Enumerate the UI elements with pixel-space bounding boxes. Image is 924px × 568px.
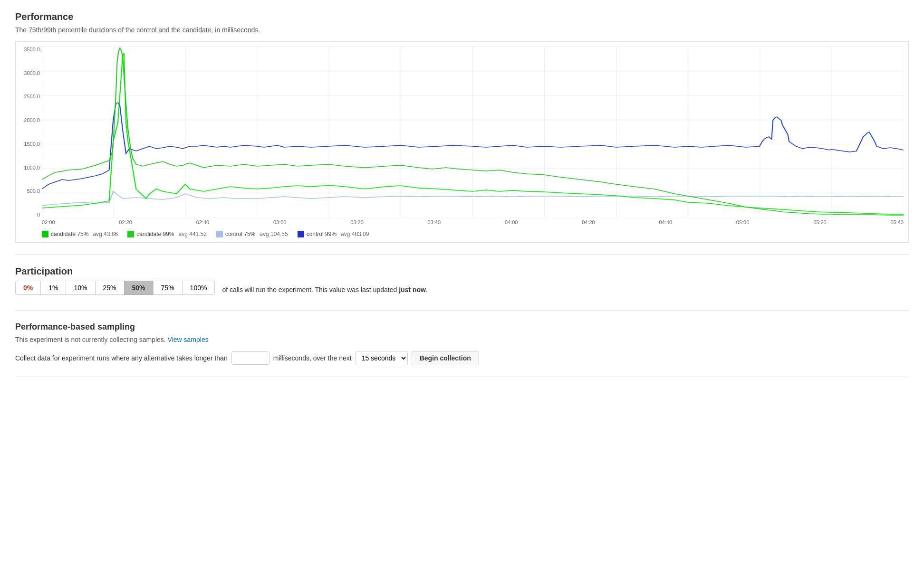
candidate75-swatch [42,231,48,237]
participation-section: Participation 0% 1% 10% 25% 50% 75% 100%… [15,266,909,299]
sampling-title: Performance-based sampling [15,322,909,332]
y-label-500: 500.0 [17,188,40,194]
y-label-2000: 2000.0 [17,117,40,123]
x-label-0300: 03:00 [273,219,287,225]
y-label-0: 0 [17,212,40,218]
legend-control75: control 75% avg 104.55 [216,231,288,237]
collect-label-middle: milliseconds, over the next [273,354,352,362]
x-label-0500: 05:00 [736,219,750,225]
x-label-0220: 02:20 [119,219,132,225]
y-axis: 3500.0 3000.0 2500.0 2000.0 1500.0 1000.… [17,47,40,218]
divider-2 [15,310,909,311]
y-label-3500: 3500.0 [17,47,40,52]
performance-subtitle: The 75th/99th percentile durations of th… [15,26,909,34]
performance-section: Performance The 75th/99th percentile dur… [15,11,909,243]
control99-label: control 99% [307,231,337,237]
legend-control99: control 99% avg 483.09 [298,231,369,237]
legend-candidate75: candidate 75% avg 43.86 [42,231,118,237]
pct-btn-75[interactable]: 75% [153,281,183,295]
pct-btn-50[interactable]: 50% [124,281,154,295]
candidate75-label: candidate 75% [51,231,88,237]
x-label-0240: 02:40 [196,219,210,225]
divider-1 [15,254,909,255]
sampling-desc: This experiment is not currently collect… [15,336,909,343]
participation-buttons: 0% 1% 10% 25% 50% 75% 100% [15,281,214,295]
candidate75-avg: avg 43.86 [93,231,118,237]
x-axis: 02:00 02:20 02:40 03:00 03:20 03:40 04:0… [42,219,904,225]
pct-btn-0[interactable]: 0% [15,281,41,295]
participation-row: 0% 1% 10% 25% 50% 75% 100% of calls will… [15,281,909,299]
control75-label: control 75% [225,231,255,237]
performance-title: Performance [15,11,909,22]
pct-btn-1[interactable]: 1% [40,281,66,295]
legend-candidate99: candidate 99% avg 441.52 [127,231,207,237]
x-label-0340: 03:40 [428,219,441,225]
chart-svg [42,47,904,218]
view-samples-link[interactable]: View samples [168,336,209,343]
x-label-0200: 02:00 [42,219,55,225]
y-label-1500: 1500.0 [17,141,40,147]
chart-legend: candidate 75% avg 43.86 candidate 99% av… [42,231,904,237]
sampling-desc-before: This experiment is not currently collect… [15,336,166,343]
y-label-3000: 3000.0 [17,70,40,76]
collect-label-before: Collect data for experiment runs where a… [15,354,228,362]
divider-3 [15,377,909,377]
control99-avg: avg 483.09 [341,231,369,237]
performance-chart-container: 3500.0 3000.0 2500.0 2000.0 1500.0 1000.… [15,41,909,243]
y-label-1000: 1000.0 [17,165,40,170]
control99-swatch [298,231,304,237]
chart-area: 3500.0 3000.0 2500.0 2000.0 1500.0 1000.… [42,47,904,218]
candidate99-swatch [127,231,134,237]
control75-avg: avg 104.55 [260,231,288,237]
x-label-0540: 05:40 [890,219,904,225]
control75-swatch [216,231,223,237]
x-label-0440: 04:40 [659,219,673,225]
candidate99-label: candidate 99% [136,231,174,237]
x-label-0320: 03:20 [350,219,364,225]
pct-btn-10[interactable]: 10% [66,281,95,295]
pct-btn-100[interactable]: 100% [182,281,215,295]
pct-btn-25[interactable]: 25% [95,281,125,295]
begin-collection-button[interactable]: Begin collection [412,351,479,365]
participation-title: Participation [15,266,909,277]
duration-select[interactable]: 15 seconds 30 seconds 1 minute 5 minutes… [356,351,408,365]
x-label-0400: 04:00 [505,219,518,225]
x-label-0520: 05:20 [813,219,827,225]
sampling-row: Collect data for experiment runs where a… [15,351,909,365]
sampling-section: Performance-based sampling This experime… [15,322,909,365]
participation-note: of calls will run the experiment. This v… [222,286,427,293]
milliseconds-input[interactable] [231,351,270,365]
x-label-0420: 04:20 [582,219,595,225]
candidate99-avg: avg 441.52 [179,231,207,237]
y-label-2500: 2500.0 [17,94,40,99]
